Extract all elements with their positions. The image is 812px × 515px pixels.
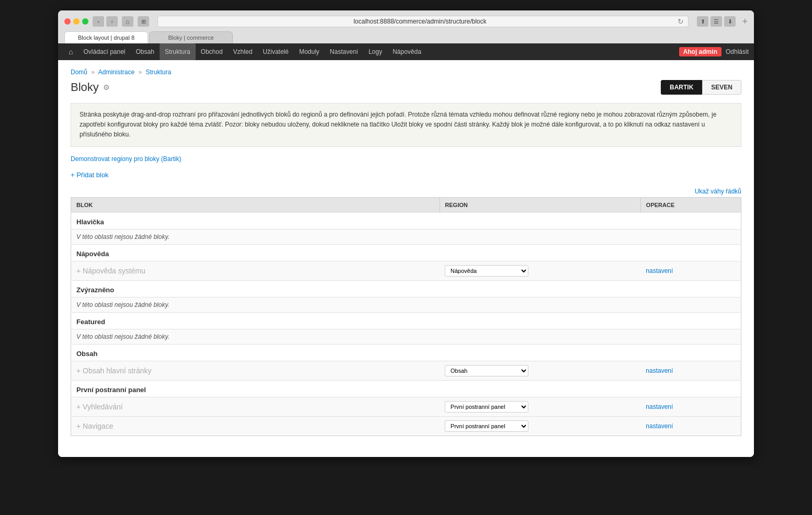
block-label-obsah-hlavni: + Obsah hlavní stránky [71, 361, 440, 380]
theme-tab-seven[interactable]: SEVEN [702, 80, 741, 95]
forward-button[interactable]: › [106, 16, 118, 27]
block-op-vyhledavani: nastavení [640, 397, 741, 416]
minimize-button[interactable] [73, 18, 80, 25]
block-label-vyhledavani: + Vyhledávání [71, 397, 440, 416]
table-header: BLOK REGION OPERACE [71, 197, 741, 212]
block-region-napoveda-systemu: Nápověda [439, 261, 640, 280]
settings-link-napoveda-systemu[interactable]: nastavení [646, 267, 673, 274]
breadcrumb: Domů » Administrace » Struktura [71, 68, 741, 76]
sidebar-item-appearance[interactable]: Vzhled [228, 43, 258, 60]
toolbar-right: Ahoj admin Odhlásit [679, 47, 749, 56]
section-title-napoveda: Nápověda [71, 244, 741, 261]
section-title-obsah: Obsah [71, 344, 741, 361]
drag-handle-vyhledavani[interactable]: + Vyhledávání [76, 403, 123, 411]
admin-badge: Ahoj admin [679, 47, 721, 56]
breadcrumb-sep-1: » [91, 68, 95, 76]
demo-link[interactable]: Demonstrovat regiony pro bloky (Bartik) [71, 155, 741, 163]
region-select-napoveda-systemu[interactable]: Nápověda [445, 265, 528, 277]
blocks-table-wrap: Ukaž váhy řádků BLOK REGION OPERACE Hlav… [71, 187, 741, 436]
description-text: Stránka poskytuje drag-and-drop rozhraní… [80, 110, 732, 140]
col-header-op: OPERACE [640, 197, 741, 212]
tab-1[interactable]: Block layout | drupal 8 [64, 31, 148, 43]
section-title-prvni-panel: První postranní panel [71, 380, 741, 397]
home-button[interactable]: ⌂ [122, 16, 133, 27]
tab-2[interactable]: Bloky | commerce [149, 31, 233, 43]
admin-toolbar: ⌂ Ovládací panel Obsah Struktura Obchod … [58, 43, 754, 60]
browser-chrome: ‹ › ⌂ ⊞ ↻ ⬆ ☰ ⬇ + Block layout | drupal … [58, 10, 754, 43]
section-header-featured: Featured [71, 312, 741, 329]
section-title-featured: Featured [71, 312, 741, 329]
drag-handle-navigace[interactable]: + Navigace [76, 422, 113, 430]
section-header-hlavicka: Hlavička [71, 212, 741, 229]
add-block-link[interactable]: + Přidat blok [71, 171, 109, 179]
sidebar-item-logs[interactable]: Logy [363, 43, 387, 60]
sidebar-item-users[interactable]: Uživatelé [257, 43, 294, 60]
maximize-button[interactable] [82, 18, 88, 25]
table-row: + Navigace První postranní panel nastave… [71, 416, 741, 436]
section-header-zvyrazneno: Zvýrazněno [71, 280, 741, 297]
back-button[interactable]: ‹ [93, 16, 104, 27]
region-select-obsah-hlavni[interactable]: Obsah [445, 365, 528, 376]
drupal-admin: ⌂ Ovládací panel Obsah Struktura Obchod … [58, 43, 754, 457]
toolbar-home[interactable]: ⌂ [63, 48, 78, 56]
new-tab-button[interactable]: + [742, 16, 748, 27]
address-bar[interactable] [162, 18, 678, 25]
block-op-napoveda-systemu: nastavení [640, 261, 741, 280]
tab-button[interactable]: ⊞ [138, 16, 149, 27]
drag-handle[interactable]: + Nápověda systému [76, 267, 145, 275]
table-row: + Vyhledávání První postranní panel nast… [71, 397, 741, 416]
empty-row-zvyrazneno: V této oblasti nejsou žádné bloky. [71, 297, 741, 312]
region-select-vyhledavani[interactable]: První postranní panel [445, 401, 528, 413]
table-body: Hlavička V této oblasti nejsou žádné blo… [71, 212, 741, 436]
drag-handle-obsah[interactable]: + Obsah hlavní stránky [76, 367, 152, 375]
share-button[interactable]: ⬆ [697, 16, 708, 27]
show-weights-link[interactable]: Ukaž váhy řádků [695, 188, 741, 195]
section-title-zvyrazneno: Zvýrazněno [71, 280, 741, 297]
settings-link-navigace[interactable]: nastavení [646, 422, 673, 430]
toolbar-nav: Ovládací panel Obsah Struktura Obchod Vz… [78, 43, 679, 60]
breadcrumb-structure[interactable]: Struktura [145, 68, 171, 76]
blocks-table: BLOK REGION OPERACE Hlavička V této obla… [71, 197, 741, 436]
breadcrumb-admin[interactable]: Administrace [98, 68, 134, 76]
page-title: Bloky ⚙ [71, 81, 110, 94]
theme-tab-bartik[interactable]: BARTIK [661, 80, 702, 95]
download-button[interactable]: ⬇ [724, 16, 736, 27]
sidebar-item-dashboard[interactable]: Ovládací panel [78, 43, 130, 60]
breadcrumb-home[interactable]: Domů [71, 68, 87, 76]
block-op-obsah-hlavni: nastavení [640, 361, 741, 380]
settings-link-obsah-hlavni[interactable]: nastavení [646, 367, 673, 374]
page-content: Domů » Administrace » Struktura Bloky ⚙ … [58, 60, 754, 457]
table-row: + Obsah hlavní stránky Obsah nastavení [71, 361, 741, 380]
browser-window: ‹ › ⌂ ⊞ ↻ ⬆ ☰ ⬇ + Block layout | drupal … [58, 10, 754, 457]
sidebar-item-structure[interactable]: Struktura [160, 43, 196, 60]
sidebar-item-commerce[interactable]: Obchod [196, 43, 228, 60]
section-header-napoveda: Nápověda [71, 244, 741, 261]
traffic-lights [64, 18, 88, 25]
page-title-text: Bloky [71, 81, 99, 94]
region-select-navigace[interactable]: První postranní panel [445, 420, 528, 432]
logout-link[interactable]: Odhlásit [726, 48, 749, 55]
empty-text-featured: V této oblasti nejsou žádné bloky. [71, 329, 741, 344]
show-weights: Ukaž váhy řádků [71, 187, 741, 195]
settings-link-vyhledavani[interactable]: nastavení [646, 403, 673, 410]
section-header-obsah: Obsah [71, 344, 741, 361]
empty-text-hlavicka: V této oblasti nejsou žádné bloky. [71, 229, 741, 244]
sidebar-item-help[interactable]: Nápověda [387, 43, 426, 60]
reading-list-button[interactable]: ☰ [710, 16, 722, 27]
close-button[interactable] [64, 18, 71, 25]
block-op-navigace: nastavení [640, 416, 741, 436]
refresh-button[interactable]: ↻ [678, 17, 684, 26]
breadcrumb-sep-2: » [138, 68, 142, 76]
gear-icon[interactable]: ⚙ [103, 83, 110, 91]
browser-tabs: Block layout | drupal 8 Bloky | commerce [64, 31, 748, 43]
empty-text-zvyrazneno: V této oblasti nejsou žádné bloky. [71, 297, 741, 312]
col-header-blok: BLOK [71, 197, 440, 212]
sidebar-item-settings[interactable]: Nastavení [324, 43, 363, 60]
block-region-obsah-hlavni: Obsah [439, 361, 640, 380]
address-bar-wrap: ↻ [157, 16, 689, 27]
sidebar-item-modules[interactable]: Moduly [294, 43, 325, 60]
block-label-navigace: + Navigace [71, 416, 440, 436]
section-header-prvni-panel: První postranní panel [71, 380, 741, 397]
block-region-navigace: První postranní panel [439, 416, 640, 436]
sidebar-item-content[interactable]: Obsah [131, 43, 160, 60]
